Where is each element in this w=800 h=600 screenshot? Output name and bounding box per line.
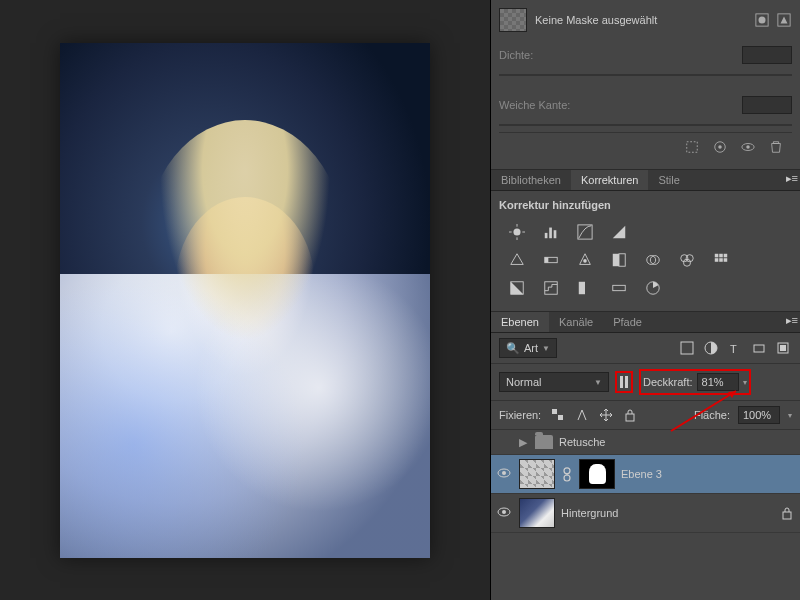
svg-rect-45 xyxy=(625,376,628,388)
folder-name[interactable]: Retusche xyxy=(559,436,605,448)
mask-link-icon[interactable] xyxy=(561,467,573,481)
layer-list: ▶ Retusche Ebene 3 Hintergrund xyxy=(491,430,800,600)
svg-text:T: T xyxy=(730,343,737,355)
filter-smart-icon[interactable] xyxy=(774,339,792,357)
opacity-label: Deckkraft: xyxy=(643,376,693,388)
layers-menu-icon[interactable]: ▸≡ xyxy=(784,312,800,332)
disable-mask-icon[interactable] xyxy=(740,139,756,155)
vibrance-icon[interactable] xyxy=(507,251,527,269)
right-panels: Keine Maske ausgewählt Dichte: Weiche Ka… xyxy=(490,0,800,600)
panel-menu-icon[interactable]: ▸≡ xyxy=(784,170,800,190)
adjustments-title: Korrektur hinzufügen xyxy=(499,199,792,211)
svg-point-55 xyxy=(502,510,506,514)
apply-mask-icon[interactable] xyxy=(712,139,728,155)
svg-rect-38 xyxy=(681,342,693,354)
layer-name[interactable]: Ebene 3 xyxy=(621,468,794,480)
filter-adjust-icon[interactable] xyxy=(702,339,720,357)
opacity-input[interactable] xyxy=(697,373,739,391)
mask-thumbnail[interactable] xyxy=(499,8,527,32)
svg-rect-13 xyxy=(545,233,548,238)
color-balance-icon[interactable] xyxy=(575,251,595,269)
mask-status-label: Keine Maske ausgewählt xyxy=(535,14,657,26)
filter-type-icon[interactable]: T xyxy=(726,339,744,357)
density-slider[interactable] xyxy=(499,68,792,82)
posterize-icon[interactable] xyxy=(541,279,561,297)
gradient-map-icon[interactable] xyxy=(609,279,629,297)
layer-row[interactable]: Hintergrund xyxy=(491,494,800,533)
photo-filter-icon[interactable] xyxy=(643,251,663,269)
layer-filter-dropdown[interactable]: 🔍 Art ▼ xyxy=(499,338,557,358)
fill-input[interactable] xyxy=(738,406,780,424)
pixel-mask-icon[interactable] xyxy=(754,12,770,28)
visibility-toggle[interactable] xyxy=(497,505,513,521)
svg-rect-27 xyxy=(715,254,719,258)
invert-icon[interactable] xyxy=(507,279,527,297)
layer-row[interactable]: Ebene 3 xyxy=(491,455,800,494)
svg-rect-28 xyxy=(719,254,723,258)
tab-libraries[interactable]: Bibliotheken xyxy=(491,170,571,190)
svg-point-52 xyxy=(564,475,570,481)
lock-position-icon[interactable] xyxy=(597,406,615,424)
blend-mode-dropdown[interactable]: Normal ▼ xyxy=(499,372,609,392)
filter-pixel-icon[interactable] xyxy=(678,339,696,357)
tab-channels[interactable]: Kanäle xyxy=(549,312,603,332)
svg-point-5 xyxy=(718,145,722,149)
feather-slider[interactable] xyxy=(499,118,792,132)
tab-layers[interactable]: Ebenen xyxy=(491,312,549,332)
svg-rect-3 xyxy=(687,142,698,153)
lock-label: Fixieren: xyxy=(499,409,541,421)
lock-all-icon[interactable] xyxy=(621,406,639,424)
layer-name[interactable]: Hintergrund xyxy=(561,507,774,519)
annotation-highlight-opacity: Deckkraft: ▾ xyxy=(639,369,751,395)
svg-point-1 xyxy=(759,17,766,24)
lock-icon[interactable] xyxy=(780,506,794,520)
trash-icon[interactable] xyxy=(768,139,784,155)
photo-canvas[interactable] xyxy=(60,43,430,558)
brightness-icon[interactable] xyxy=(507,223,527,241)
tab-adjustments[interactable]: Korrekturen xyxy=(571,170,648,190)
selective-color-icon[interactable] xyxy=(643,279,663,297)
layer-mask-thumbnail[interactable] xyxy=(579,459,615,489)
svg-rect-56 xyxy=(783,512,791,519)
lock-transparent-icon[interactable] xyxy=(549,406,567,424)
visibility-toggle[interactable] xyxy=(497,466,513,482)
vector-mask-icon[interactable] xyxy=(776,12,792,28)
levels-icon[interactable] xyxy=(541,223,561,241)
svg-rect-18 xyxy=(545,257,549,262)
fill-dropdown-arrow[interactable]: ▾ xyxy=(788,411,792,420)
density-value[interactable] xyxy=(742,46,792,64)
tab-styles[interactable]: Stile xyxy=(648,170,689,190)
feather-value[interactable] xyxy=(742,96,792,114)
curves-icon[interactable] xyxy=(575,223,595,241)
lock-pixels-icon[interactable] xyxy=(573,406,591,424)
bw-icon[interactable] xyxy=(609,251,629,269)
color-lookup-icon[interactable] xyxy=(711,251,731,269)
svg-rect-48 xyxy=(626,414,634,421)
opacity-dropdown-arrow[interactable]: ▾ xyxy=(743,378,747,387)
filter-shape-icon[interactable] xyxy=(750,339,768,357)
svg-point-19 xyxy=(583,259,587,263)
exposure-icon[interactable] xyxy=(609,223,629,241)
svg-rect-15 xyxy=(554,230,557,238)
tab-paths[interactable]: Pfade xyxy=(603,312,652,332)
channel-mixer-icon[interactable] xyxy=(677,251,697,269)
layer-thumbnail[interactable] xyxy=(519,459,555,489)
svg-rect-41 xyxy=(754,345,764,352)
hue-sat-icon[interactable] xyxy=(541,251,561,269)
fill-label: Fläche: xyxy=(694,409,730,421)
visibility-toggle[interactable] xyxy=(497,434,513,450)
folder-icon xyxy=(535,435,553,449)
folder-collapse-icon[interactable]: ▶ xyxy=(519,436,529,449)
svg-rect-31 xyxy=(719,258,723,262)
svg-rect-20 xyxy=(613,254,619,266)
canvas-area[interactable] xyxy=(0,0,490,600)
layer-folder[interactable]: ▶ Retusche xyxy=(491,430,800,455)
layer-thumbnail[interactable] xyxy=(519,498,555,528)
mask-panel: Keine Maske ausgewählt Dichte: Weiche Ka… xyxy=(491,0,800,170)
svg-rect-34 xyxy=(545,282,557,294)
svg-rect-14 xyxy=(549,228,552,239)
mask-from-selection-icon[interactable] xyxy=(684,139,700,155)
svg-rect-44 xyxy=(620,376,623,388)
layers-panel: Ebenen Kanäle Pfade ▸≡ 🔍 Art ▼ T Normal … xyxy=(491,312,800,600)
threshold-icon[interactable] xyxy=(575,279,595,297)
